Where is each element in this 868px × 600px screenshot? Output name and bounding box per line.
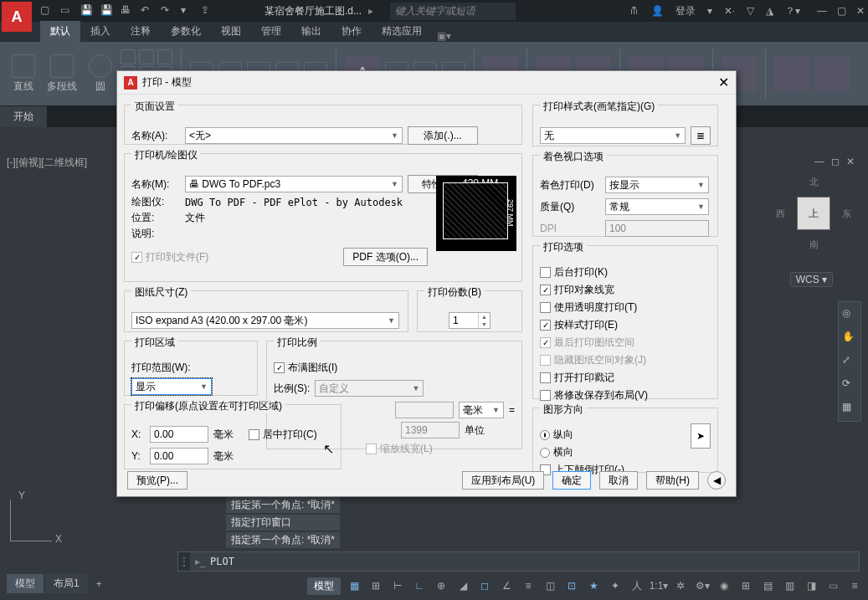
customize-icon[interactable]: ≡ [846, 577, 863, 594]
opt-plotstyle-checkbox[interactable]: 按样式打印(E) [540, 318, 711, 332]
connectivity-icon[interactable]: ⫚ [629, 5, 639, 17]
pdf-options-button[interactable]: PDF 选项(O)... [343, 248, 428, 266]
add-layout-button[interactable]: + [90, 576, 109, 592]
units-icon[interactable]: ⊞ [737, 577, 754, 594]
exchange-icon[interactable]: ✕· [724, 5, 735, 17]
vc-south[interactable]: 南 [809, 238, 819, 251]
vc-east[interactable]: 东 [842, 208, 851, 220]
opt-save-layout-checkbox[interactable]: 将修改保存到布局(V) [540, 388, 711, 403]
copies-spinner[interactable]: 1▲▼ [449, 312, 490, 329]
tab-default[interactable]: 默认 [40, 21, 80, 42]
vc-top-face[interactable]: 上 [797, 197, 830, 230]
spin-down-icon[interactable]: ▼ [479, 321, 490, 328]
redo-icon[interactable]: ↷ [161, 4, 174, 18]
iso-icon[interactable]: ◢ [455, 577, 471, 594]
quickprops-icon[interactable]: ▤ [759, 577, 776, 594]
help-icon[interactable]: ？▾ [785, 4, 800, 18]
cmdline-text[interactable]: PLOT [210, 556, 234, 567]
lineweight-icon[interactable]: ≡ [520, 577, 537, 594]
plot-scope-select[interactable]: 显示▼ [131, 378, 212, 395]
tab-featured[interactable]: 精选应用 [372, 21, 432, 42]
view-icon[interactable] [814, 56, 850, 91]
cancel-button[interactable]: 取消 [599, 471, 638, 490]
ok-button[interactable]: 确定 [552, 471, 591, 490]
add-page-setup-button[interactable]: 添加(.)... [408, 126, 478, 145]
open-icon[interactable]: ▭ [60, 4, 74, 18]
plot-style-edit-button[interactable]: ≣ [691, 126, 711, 145]
dialog-titlebar[interactable]: A 打印 - 模型 ✕ [117, 71, 736, 95]
scale-unit-select[interactable]: 毫米▼ [459, 402, 504, 418]
orient-portrait-radio[interactable]: 纵向 [540, 428, 711, 442]
tab-collab[interactable]: 协作 [331, 21, 372, 42]
pan-icon[interactable]: ✋ [842, 331, 857, 346]
steering-wheel-icon[interactable]: ◎ [842, 307, 857, 322]
viewcube[interactable]: 北 南 东 西 上 [776, 176, 851, 251]
share-icon[interactable]: ⇪ [201, 4, 214, 18]
hardware-icon[interactable]: ◨ [803, 577, 819, 594]
dialog-close-button[interactable]: ✕ [718, 74, 729, 90]
page-setup-select[interactable]: <无>▼ [185, 127, 403, 144]
tab-model[interactable]: 模型 [7, 574, 44, 593]
tab-layout1[interactable]: 布局1 [45, 574, 88, 593]
rect-icon[interactable] [139, 49, 154, 64]
help-button[interactable]: 帮助(H) [646, 471, 699, 490]
ellipse-icon[interactable] [157, 49, 172, 64]
spin-up-icon[interactable]: ▲ [479, 313, 490, 321]
tab-insert[interactable]: 插入 [80, 21, 121, 42]
showmotion-icon[interactable]: ▦ [842, 401, 857, 416]
close-button[interactable]: ✕ [856, 5, 865, 17]
vp-minimize-icon[interactable]: — [814, 156, 824, 167]
transparency-icon[interactable]: ◫ [542, 577, 558, 594]
collapse-dialog-button[interactable]: ◀ [707, 471, 726, 490]
apply-to-layout-button[interactable]: 应用到布局(U) [462, 471, 545, 490]
doc-title-caret[interactable]: ▸ [368, 5, 373, 17]
offset-y-input[interactable]: 0.00 [150, 448, 208, 464]
quality-select[interactable]: 常规▼ [605, 198, 709, 215]
command-line[interactable]: ⋮ ▸_ PLOT [177, 551, 860, 572]
dyninput-icon[interactable]: ⊡ [563, 577, 580, 594]
opt-plotstamp-checkbox[interactable]: 打开打印戳记 [540, 371, 711, 385]
clipboard-icon[interactable] [774, 56, 809, 91]
tab-manage[interactable]: 管理 [251, 21, 291, 42]
tab-annotate[interactable]: 注释 [121, 21, 161, 42]
cleanscreen-icon[interactable]: ▭ [824, 577, 841, 594]
isolate-icon[interactable]: ▥ [781, 577, 798, 594]
maximize-button[interactable]: ▢ [837, 5, 846, 17]
zoom-extent-icon[interactable]: ⤢ [842, 354, 857, 369]
annomonitor-icon[interactable]: ◉ [716, 577, 732, 594]
ortho-icon[interactable]: ∟ [411, 577, 428, 594]
workspace-icon[interactable]: ⚙▾ [694, 577, 711, 594]
polar-icon[interactable]: ⊕ [433, 577, 449, 594]
opt-background-checkbox[interactable]: 后台打印(K) [540, 265, 711, 279]
offset-x-input[interactable]: 0.00 [150, 426, 208, 443]
otrack-icon[interactable]: ∠ [498, 577, 515, 594]
plot-style-select[interactable]: 无▼ [540, 127, 686, 144]
app-logo[interactable]: A [2, 2, 32, 32]
vc-west[interactable]: 西 [776, 208, 785, 220]
arc-icon[interactable] [121, 49, 136, 64]
osnap-icon[interactable]: ◻ [476, 577, 493, 594]
snapmode-icon[interactable]: ⊞ [367, 577, 384, 594]
infer-icon[interactable]: ⊢ [389, 577, 406, 594]
circle-icon[interactable] [89, 54, 112, 78]
qat-dropdown-icon[interactable]: ▾ [181, 4, 194, 18]
gizmo-icon[interactable]: 1:1▾ [650, 577, 667, 594]
undo-icon[interactable]: ↶ [141, 4, 154, 18]
tab-start[interactable]: 开始 [0, 106, 47, 127]
line-icon[interactable] [12, 54, 35, 78]
save-icon[interactable]: 💾 [80, 4, 94, 18]
selection-cycling-icon[interactable]: ★ [585, 577, 602, 594]
modelspace-toggle[interactable]: 模型 [307, 577, 341, 595]
cart-icon[interactable]: ▽ [747, 5, 754, 17]
preview-button[interactable]: 预览(P)... [127, 471, 187, 490]
tab-output[interactable]: 输出 [291, 21, 331, 42]
viewport-label[interactable]: [-][俯视][二维线框] [7, 156, 87, 170]
plot-icon[interactable]: 🖶 [121, 4, 134, 18]
new-icon[interactable]: ▢ [40, 4, 54, 18]
polyline-icon[interactable] [50, 54, 74, 78]
3dosnap-icon[interactable]: ✦ [607, 577, 624, 594]
tab-parametric[interactable]: 参数化 [161, 21, 211, 42]
login-button[interactable]: 登录 [675, 4, 696, 18]
saveas-icon[interactable]: 💾 [100, 4, 114, 18]
selection-filter-icon[interactable]: 人 [629, 577, 645, 594]
